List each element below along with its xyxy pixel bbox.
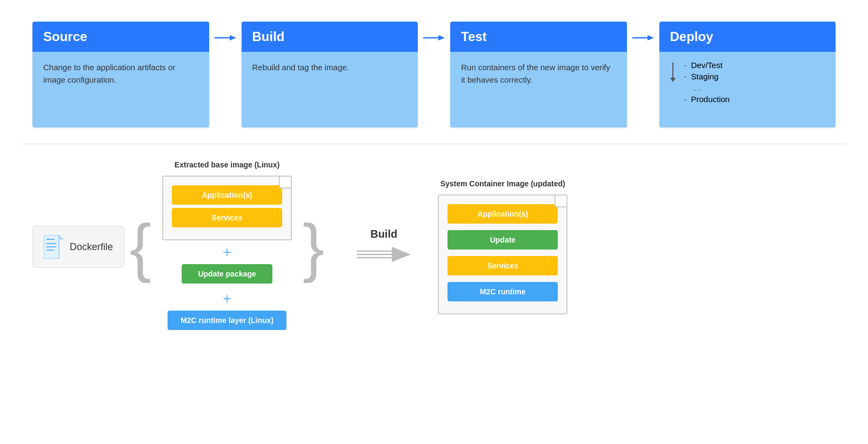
source-body: Change to the application artifacts or i… bbox=[32, 52, 209, 127]
build-body: Rebuild and tag the image. bbox=[242, 52, 418, 127]
diagram-section: Dockerfile { Extracted base image (Linux… bbox=[0, 144, 868, 344]
sc-services-badge: Services bbox=[448, 256, 558, 275]
dockerfile-card: Dockerfile bbox=[32, 226, 124, 268]
arrow-test-deploy bbox=[627, 22, 659, 43]
sc-applications-badge: Application(s) bbox=[448, 204, 558, 224]
pipeline-section: Source Change to the application artifac… bbox=[0, 0, 868, 144]
source-description: Change to the application artifacts or i… bbox=[43, 63, 175, 84]
applications-badge: Application(s) bbox=[172, 185, 282, 205]
pipeline-step-source: Source Change to the application artifac… bbox=[32, 22, 209, 127]
extracted-base-label: Extracted base image (Linux) bbox=[175, 160, 280, 169]
svg-marker-5 bbox=[647, 35, 654, 41]
deploy-item-staging: - Staging bbox=[684, 72, 730, 81]
deploy-header: Deploy bbox=[659, 22, 836, 52]
build-arrow-section: Build bbox=[357, 228, 411, 266]
deploy-item-production: - Production bbox=[684, 95, 730, 104]
deploy-item-devtest: - Dev/Test bbox=[684, 60, 730, 70]
right-brace: } bbox=[303, 214, 324, 279]
svg-marker-1 bbox=[230, 35, 236, 41]
system-container-label: System Container Image (updated) bbox=[440, 179, 565, 188]
plus-symbol-1: + bbox=[223, 244, 231, 261]
arrow-build-test bbox=[418, 22, 450, 43]
plus-symbol-2: + bbox=[223, 290, 231, 307]
sc-update-badge: Update bbox=[448, 230, 558, 250]
stacked-badges: Application(s) Update Services M2C runti… bbox=[448, 204, 558, 305]
pipeline-step-test: Test Run containers of the new image to … bbox=[450, 22, 627, 127]
pipeline-step-deploy: Deploy - Dev/Test - Staging bbox=[659, 22, 836, 127]
source-header: Source bbox=[32, 22, 209, 52]
base-image-doc-card: Application(s) Services bbox=[162, 176, 292, 240]
svg-marker-15 bbox=[392, 247, 411, 262]
test-body: Run containers of the new image to verif… bbox=[450, 52, 627, 127]
deploy-item-ellipsis: … bbox=[684, 83, 730, 92]
left-brace: { bbox=[130, 214, 151, 279]
build-arrow-label: Build bbox=[370, 228, 397, 240]
build-arrow-svg bbox=[357, 243, 411, 266]
system-container-doc-card: Application(s) Update Services M2C runti… bbox=[438, 194, 567, 314]
deploy-production-label: Production bbox=[691, 95, 730, 104]
test-title: Test bbox=[461, 29, 487, 44]
svg-marker-3 bbox=[438, 35, 445, 41]
build-header: Build bbox=[242, 22, 418, 52]
system-container-section: System Container Image (updated) Applica… bbox=[438, 179, 567, 314]
test-header: Test bbox=[450, 22, 627, 52]
pipeline-step-build: Build Rebuild and tag the image. bbox=[242, 22, 418, 127]
source-title: Source bbox=[43, 29, 87, 44]
deploy-list: - Dev/Test - Staging … - Production bbox=[684, 60, 730, 106]
dockerfile-label: Dockerfile bbox=[70, 241, 113, 253]
build-title: Build bbox=[252, 29, 285, 44]
deploy-staging-label: Staging bbox=[691, 72, 719, 81]
svg-marker-7 bbox=[59, 235, 63, 239]
extracted-base-section: Extracted base image (Linux) Application… bbox=[162, 160, 292, 333]
test-description: Run containers of the new image to verif… bbox=[461, 63, 610, 84]
services-badge: Services bbox=[172, 208, 282, 227]
build-description: Rebuild and tag the image. bbox=[252, 63, 349, 72]
dockerfile-icon bbox=[44, 235, 63, 259]
m2c-runtime-badge: M2C runtime layer (Linux) bbox=[168, 311, 286, 330]
deploy-title: Deploy bbox=[670, 29, 713, 44]
update-package-badge: Update package bbox=[182, 264, 272, 284]
deploy-body: - Dev/Test - Staging … - Production bbox=[659, 52, 836, 127]
deploy-devtest-label: Dev/Test bbox=[691, 60, 723, 70]
sc-m2c-badge: M2C runtime bbox=[448, 282, 558, 301]
arrow-source-build bbox=[209, 22, 242, 43]
